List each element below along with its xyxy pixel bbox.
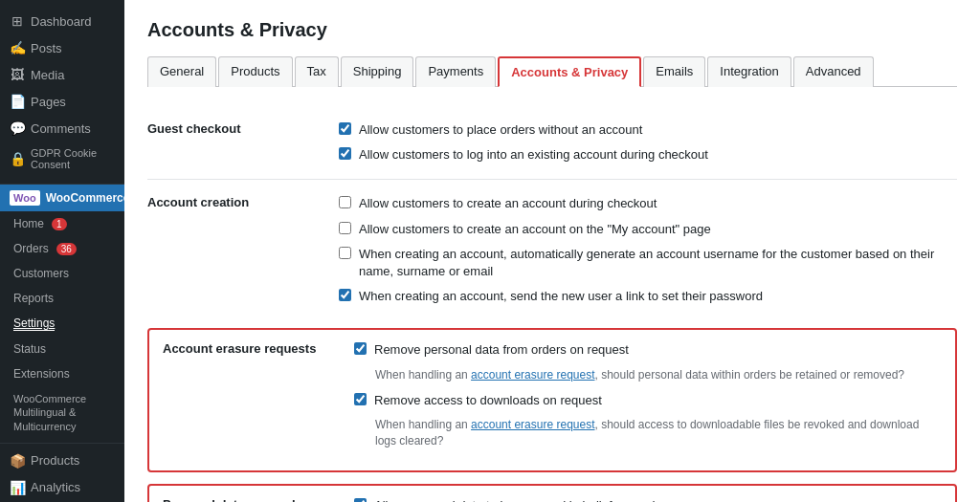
sidebar-item-products[interactable]: 📦 Products [0, 447, 124, 474]
sidebar-item-pages[interactable]: 📄 Pages [0, 88, 124, 115]
account-erasure-checkbox-1[interactable] [354, 342, 367, 355]
guest-checkout-label-2: Allow customers to log into an existing … [359, 146, 708, 164]
sidebar-item-woo-status[interactable]: Status [0, 337, 124, 361]
guest-checkout-checkbox-1[interactable] [339, 122, 351, 135]
sidebar-item-gdpr[interactable]: 🔒 GDPR Cookie Consent [0, 142, 124, 176]
sidebar-item-woo-reports[interactable]: Reports [0, 286, 124, 311]
tab-integration[interactable]: Integration [707, 56, 791, 87]
account-creation-checkbox-4[interactable] [339, 289, 351, 301]
sidebar-divider [0, 443, 124, 444]
personal-data-inner-row: Personal data removal Allow personal dat… [149, 486, 955, 502]
personal-data-box: Personal data removal Allow personal dat… [147, 484, 957, 502]
guest-checkout-option-1: Allow customers to place orders without … [339, 121, 957, 139]
personal-data-controls: Allow personal data to be removed in bul… [341, 486, 955, 502]
sidebar-item-media[interactable]: 🖼 Media [0, 61, 124, 88]
account-creation-label-3: When creating an account, automatically … [359, 246, 957, 280]
guest-checkout-row: Guest checkout Allow customers to place … [147, 106, 957, 180]
account-creation-label-1: Allow customers to create an account dur… [359, 195, 657, 212]
posts-icon: ✍ [10, 40, 25, 55]
account-erasure-hint-2: When handling an account erasure request… [375, 417, 942, 449]
guest-checkout-controls: Allow customers to place orders without … [339, 106, 957, 180]
account-creation-checkbox-1[interactable] [339, 196, 351, 208]
sidebar: ⊞ Dashboard ✍ Posts 🖼 Media 📄 Pages 💬 Co… [0, 0, 124, 502]
page-title: Accounts & Privacy [147, 19, 957, 41]
account-creation-option-2: Allow customers to create an account on … [339, 221, 957, 238]
account-erasure-controls: Remove personal data from orders on requ… [341, 330, 955, 470]
personal-data-option-1: Allow personal data to be removed in bul… [354, 497, 942, 502]
account-erasure-table: Account erasure requests Remove personal… [149, 330, 955, 470]
tab-emails[interactable]: Emails [643, 56, 705, 87]
account-creation-label-4: When creating an account, send the new u… [359, 288, 763, 305]
spacer-row [147, 320, 957, 328]
sidebar-item-woo-multilingual[interactable]: WooCommerce Multilingual & Multicurrency [0, 386, 124, 439]
settings-table: Guest checkout Allow customers to place … [147, 106, 957, 502]
sidebar-item-dashboard[interactable]: ⊞ Dashboard [0, 8, 124, 34]
sidebar-item-comments[interactable]: 💬 Comments [0, 115, 124, 142]
account-creation-label: Account creation [147, 180, 339, 320]
account-erasure-box: Account erasure requests Remove personal… [147, 328, 957, 472]
pages-icon: 📄 [10, 94, 25, 109]
account-creation-option-3: When creating an account, automatically … [339, 246, 957, 280]
account-creation-checkbox-2[interactable] [339, 222, 351, 234]
tab-accounts-privacy[interactable]: Accounts & Privacy [498, 56, 641, 87]
account-erasure-text-1: Remove personal data from orders on requ… [374, 341, 629, 359]
comments-icon: 💬 [10, 120, 25, 136]
sidebar-item-woo-extensions[interactable]: Extensions [0, 361, 124, 386]
personal-data-table: Personal data removal Allow personal dat… [149, 486, 955, 502]
guest-checkout-option-2: Allow customers to log into an existing … [339, 146, 957, 164]
account-erasure-option-1: Remove personal data from orders on requ… [354, 341, 942, 359]
analytics-icon: 📊 [10, 480, 25, 495]
account-creation-controls: Allow customers to create an account dur… [339, 180, 957, 320]
woo-logo: Woo [10, 190, 40, 206]
account-creation-option-1: Allow customers to create an account dur… [339, 195, 957, 212]
account-erasure-text-2: Remove access to downloads on request [374, 392, 602, 409]
account-erasure-row: Account erasure requests Remove personal… [147, 328, 957, 484]
personal-data-label: Personal data removal [149, 486, 341, 502]
products-icon: 📦 [10, 453, 25, 469]
gdpr-icon: 🔒 [10, 151, 25, 166]
woocommerce-submenu: Home 1 Orders 36 Customers Reports Setti… [0, 211, 124, 439]
sidebar-item-woo-customers[interactable]: Customers [0, 261, 124, 286]
account-erasure-label: Account erasure requests [149, 330, 341, 470]
media-icon: 🖼 [10, 67, 25, 82]
tab-advanced[interactable]: Advanced [793, 56, 874, 87]
tab-general[interactable]: General [147, 56, 216, 87]
account-creation-option-4: When creating an account, send the new u… [339, 288, 957, 305]
account-erasure-hint-1: When handling an account erasure request… [375, 367, 942, 383]
tab-shipping[interactable]: Shipping [341, 56, 414, 87]
main-content: Accounts & Privacy General Products Tax … [124, 0, 980, 502]
personal-data-checkbox-1[interactable] [354, 498, 367, 502]
account-creation-checkbox-3[interactable] [339, 247, 351, 259]
account-erasure-inner-row: Account erasure requests Remove personal… [149, 330, 955, 470]
tab-tax[interactable]: Tax [295, 56, 339, 87]
account-creation-row: Account creation Allow customers to crea… [147, 180, 957, 320]
dashboard-icon: ⊞ [10, 13, 25, 29]
guest-checkout-checkbox-2[interactable] [339, 147, 351, 160]
personal-data-row: Personal data removal Allow personal dat… [147, 484, 957, 502]
account-erasure-option-2: Remove access to downloads on request [354, 392, 942, 409]
personal-data-text-1: Allow personal data to be removed in bul… [374, 497, 672, 502]
woocommerce-menu-header[interactable]: Woo WooCommerce ◀ [0, 185, 124, 211]
tab-products[interactable]: Products [218, 56, 292, 87]
tab-payments[interactable]: Payments [415, 56, 496, 87]
account-creation-label-2: Allow customers to create an account on … [359, 221, 711, 238]
settings-tabs: General Products Tax Shipping Payments A… [147, 56, 957, 87]
account-erasure-checkbox-2[interactable] [354, 393, 367, 405]
sidebar-item-analytics[interactable]: 📊 Analytics [0, 474, 124, 501]
sidebar-item-woo-settings[interactable]: Settings [0, 311, 124, 337]
sidebar-item-posts[interactable]: ✍ Posts [0, 34, 124, 61]
sidebar-item-woo-orders[interactable]: Orders 36 [0, 236, 124, 261]
account-erasure-link-1[interactable]: account erasure request [471, 368, 594, 382]
account-erasure-link-2[interactable]: account erasure request [471, 418, 594, 431]
guest-checkout-label: Guest checkout [147, 106, 339, 180]
guest-checkout-label-1: Allow customers to place orders without … [359, 121, 642, 139]
sidebar-item-woo-home[interactable]: Home 1 [0, 211, 124, 236]
